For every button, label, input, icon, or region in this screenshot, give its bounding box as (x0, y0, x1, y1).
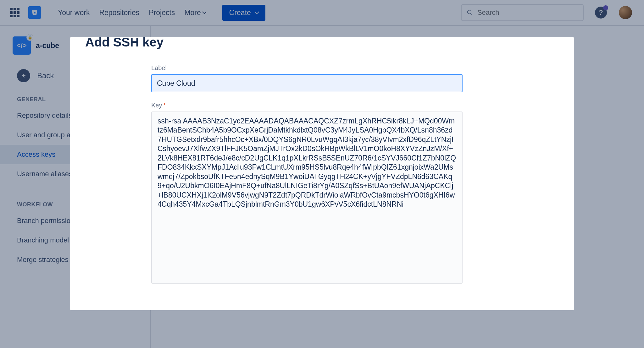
required-asterisk: * (163, 102, 166, 109)
modal-form: Label Key * (151, 64, 463, 285)
label-input[interactable] (151, 74, 463, 92)
modal-title: Add SSH key (85, 37, 557, 49)
label-field-label: Label (151, 64, 463, 72)
add-ssh-key-modal: Add SSH key Label Key * (70, 37, 574, 310)
key-textarea[interactable] (151, 111, 463, 284)
key-field-label: Key * (151, 102, 463, 109)
